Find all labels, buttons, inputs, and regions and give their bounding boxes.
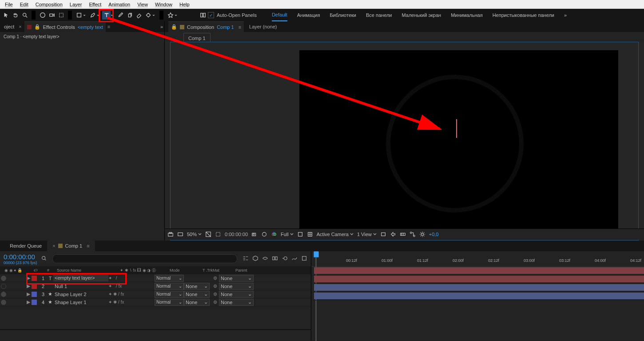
- brainstorm-icon[interactable]: [301, 255, 307, 262]
- tab-project[interactable]: oject×: [1, 21, 24, 32]
- pickwhip-icon[interactable]: ⊚: [213, 283, 217, 289]
- puppet-tool-icon[interactable]: [166, 11, 175, 20]
- snapshot-icon[interactable]: [167, 231, 174, 237]
- shy-icon[interactable]: [262, 255, 268, 262]
- camera-icon[interactable]: [251, 231, 258, 237]
- layer-color-swatch[interactable]: [32, 292, 37, 297]
- tab-effect-controls[interactable]: 🔒 Effect Controls <empty text: [24, 21, 106, 32]
- menu-edit[interactable]: Edit: [16, 1, 32, 8]
- workspace-all-panels[interactable]: Все панели: [366, 9, 392, 21]
- visibility-toggle[interactable]: [1, 300, 6, 305]
- trkmat-dropdown[interactable]: None⌄: [184, 291, 210, 298]
- search-icon[interactable]: [41, 255, 47, 262]
- selection-tool-icon[interactable]: [2, 11, 10, 20]
- workspace-small-screen[interactable]: Маленький экран: [402, 9, 441, 21]
- brush-tool-icon[interactable]: [116, 11, 124, 20]
- close-icon[interactable]: ×: [19, 24, 21, 29]
- twirl-icon[interactable]: ▶: [27, 291, 30, 297]
- visibility-toggle[interactable]: [1, 276, 6, 281]
- current-time[interactable]: 0:00:00:00: [225, 232, 248, 237]
- workspace-overflow-icon[interactable]: »: [564, 9, 567, 21]
- tab-render-queue[interactable]: Render Queue: [4, 241, 47, 251]
- visibility-toggle[interactable]: [1, 284, 6, 289]
- layer-row[interactable]: ▶ 4 ★ Shape Layer 1 ✦✱/fx Normal⌄ None⌄ …: [0, 298, 311, 306]
- layer-row[interactable]: ▶ 2 Null 1 ✦ /fx Normal⌄ None⌄ ⊚None⌄: [0, 282, 311, 290]
- puppet-chevron-icon[interactable]: [175, 12, 177, 18]
- parent-dropdown[interactable]: None⌄: [219, 291, 254, 298]
- rotobrush-chevron-icon[interactable]: [152, 12, 155, 18]
- orbit-tool-icon[interactable]: [38, 11, 47, 20]
- layer-bar[interactable]: [311, 267, 644, 275]
- workspace-libraries[interactable]: Библиотеки: [330, 9, 356, 21]
- lock-icon[interactable]: 🔒: [171, 24, 177, 30]
- exposure-value[interactable]: +0,0: [429, 232, 439, 237]
- zoom-level[interactable]: 50%: [187, 232, 202, 237]
- tab-timeline-comp[interactable]: × Comp 1 ≡: [47, 241, 95, 251]
- visibility-toggle[interactable]: [1, 292, 6, 297]
- layer-bar[interactable]: [311, 292, 644, 301]
- pickwhip-icon[interactable]: ⊚: [213, 299, 217, 305]
- workspace-default[interactable]: Default: [272, 9, 287, 21]
- layer-row[interactable]: ▶ 1 T <empty text layer> ✦ / Normal⌄ ⊚No…: [0, 274, 311, 282]
- shape-tool-chevron-icon[interactable]: [83, 12, 86, 18]
- current-time-display[interactable]: 0:00:00:00: [4, 253, 37, 261]
- trkmat-dropdown[interactable]: None⌄: [184, 283, 210, 290]
- timeline-tracks[interactable]: 00:12f 01:00f 01:12f 02:00f 02:12f 03:00…: [311, 251, 644, 341]
- toggle-transparency-icon[interactable]: [205, 231, 211, 237]
- twirl-icon[interactable]: ▶: [27, 299, 30, 305]
- close-icon[interactable]: ×: [52, 243, 55, 249]
- blend-mode-dropdown[interactable]: Normal⌄: [155, 283, 184, 290]
- blend-mode-dropdown[interactable]: Normal⌄: [155, 275, 184, 282]
- zoom-tool-icon[interactable]: [20, 11, 29, 20]
- panel-toggle-icon[interactable]: [199, 11, 207, 20]
- panel-overflow-icon[interactable]: »: [160, 24, 163, 29]
- clone-tool-icon[interactable]: [125, 11, 134, 20]
- parent-dropdown[interactable]: None⌄: [219, 275, 254, 282]
- layer-name[interactable]: Null 1: [53, 284, 108, 289]
- parent-dropdown[interactable]: None⌄: [219, 299, 254, 306]
- blend-mode-dropdown[interactable]: Normal⌄: [155, 299, 184, 306]
- menu-file[interactable]: File: [1, 1, 16, 8]
- eraser-tool-icon[interactable]: [135, 11, 143, 20]
- active-camera-dropdown[interactable]: Active Camera: [317, 232, 354, 237]
- layer-row[interactable]: ▶ 3 ★ Shape Layer 2 ✦✱/fx Normal⌄ None⌄ …: [0, 290, 311, 298]
- shape-tool-icon[interactable]: [75, 11, 83, 20]
- roi-tool-icon[interactable]: [57, 11, 65, 20]
- exposure-icon[interactable]: [419, 231, 425, 237]
- flowchart-icon[interactable]: [409, 231, 416, 237]
- layer-color-swatch[interactable]: [32, 284, 37, 289]
- menu-view[interactable]: View: [134, 1, 151, 8]
- motionblur-icon[interactable]: [282, 255, 288, 262]
- type-tool-icon[interactable]: [102, 11, 111, 20]
- panel-menu-icon[interactable]: ≡: [87, 243, 89, 249]
- blend-mode-dropdown[interactable]: Normal⌄: [155, 291, 184, 298]
- current-time-indicator[interactable]: [314, 251, 319, 265]
- layer-bar[interactable]: [311, 284, 644, 292]
- layer-color-swatch[interactable]: [32, 276, 37, 281]
- fast-preview-icon[interactable]: [390, 231, 396, 237]
- twirl-icon[interactable]: ▶: [27, 275, 30, 281]
- grid-icon[interactable]: [307, 231, 313, 237]
- parent-dropdown[interactable]: None⌄: [219, 283, 254, 290]
- layer-name[interactable]: Shape Layer 2: [53, 292, 108, 297]
- toggle-mask-icon[interactable]: [215, 231, 221, 237]
- menu-layer[interactable]: Layer: [66, 1, 86, 8]
- pickwhip-icon[interactable]: ⊚: [213, 291, 217, 297]
- resolution-dropdown[interactable]: Full: [281, 232, 294, 237]
- timeline-icon[interactable]: [400, 231, 406, 237]
- layer-search-input[interactable]: [52, 254, 237, 263]
- composition-canvas[interactable]: [299, 50, 618, 230]
- snapshot2-icon[interactable]: [261, 231, 267, 237]
- tab-composition[interactable]: 🔒 Composition Comp 1 ≡: [168, 21, 244, 32]
- composition-viewer[interactable]: 50% 0:00:00:00 Full Active Camera 1 View…: [165, 42, 644, 241]
- workspace-undocked[interactable]: Непристыкованные панели: [493, 9, 554, 21]
- pickwhip-icon[interactable]: ⊚: [213, 275, 217, 281]
- type-tool-chevron-icon[interactable]: [111, 12, 113, 18]
- panel-menu-icon[interactable]: ≡: [239, 24, 241, 30]
- menu-composition[interactable]: Composition: [32, 1, 66, 8]
- menu-window[interactable]: Window: [151, 1, 176, 8]
- trkmat-dropdown[interactable]: None⌄: [184, 299, 210, 306]
- workspace-minimal[interactable]: Минимальная: [451, 9, 483, 21]
- menu-help[interactable]: Help: [176, 1, 193, 8]
- menu-effect[interactable]: Effect: [85, 1, 105, 8]
